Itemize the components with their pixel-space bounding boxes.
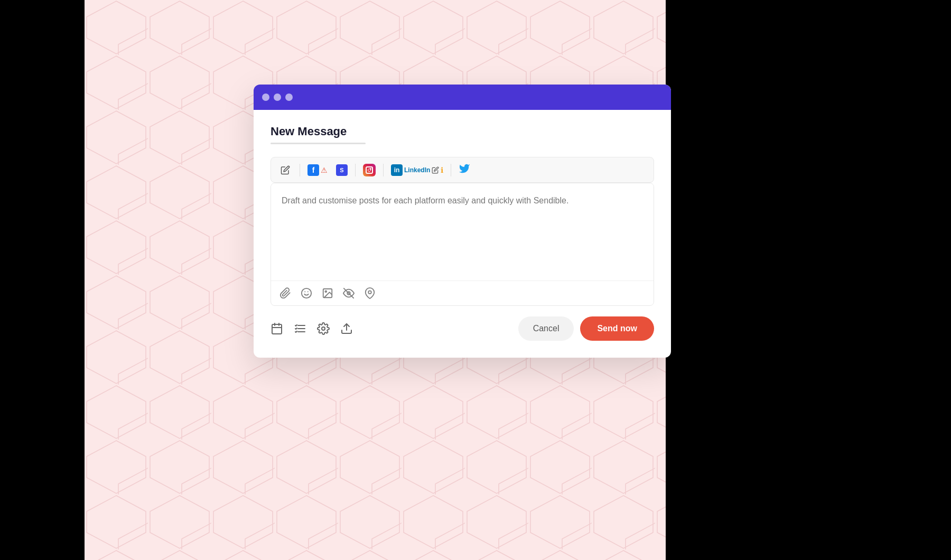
tab-separator-2 [355, 164, 356, 176]
svg-point-7 [325, 291, 327, 292]
modal-title: New Message [271, 125, 654, 138]
compose-toolbar [271, 281, 654, 305]
tab-separator-4 [451, 164, 451, 176]
tab-facebook[interactable]: f ⚠ [304, 162, 331, 178]
modal-body: New Message f ⚠ [254, 110, 671, 358]
calendar-icon[interactable] [271, 322, 283, 335]
title-underline [271, 143, 366, 144]
bottom-left-icons [271, 322, 353, 335]
cancel-button[interactable]: Cancel [518, 316, 574, 341]
tab-instagram[interactable] [360, 162, 379, 179]
bottom-actions: Cancel Send now [518, 316, 654, 341]
modal-titlebar [254, 85, 671, 110]
linkedin-label: LinkedIn [404, 166, 430, 174]
twitter-icon [459, 163, 470, 177]
svg-point-18 [322, 327, 325, 330]
info-icon: ℹ [441, 166, 443, 174]
tab-sendible[interactable]: S [333, 162, 351, 178]
instagram-icon [363, 164, 376, 176]
facebook-icon: f [307, 164, 319, 176]
svg-rect-11 [272, 324, 282, 334]
compose-textarea[interactable] [271, 183, 654, 278]
settings-icon[interactable] [317, 322, 330, 335]
attachment-icon[interactable] [279, 287, 291, 299]
linkedin-pencil-icon [432, 166, 439, 174]
tab-separator-3 [383, 164, 384, 176]
modal-container: New Message f ⚠ [254, 85, 671, 358]
tab-linkedin[interactable]: in LinkedIn ℹ [388, 162, 446, 178]
share-icon[interactable] [340, 322, 353, 335]
titlebar-dot-1 [262, 94, 269, 101]
instagram-circle [368, 169, 371, 172]
warning-icon: ⚠ [321, 166, 328, 174]
tab-all-platforms[interactable] [275, 162, 295, 178]
send-now-button[interactable]: Send now [580, 316, 654, 341]
location-icon[interactable] [364, 287, 376, 299]
bottom-bar: Cancel Send now [271, 316, 654, 341]
svg-point-10 [368, 291, 371, 294]
titlebar-dot-2 [274, 94, 281, 101]
tab-twitter[interactable] [455, 161, 473, 179]
tab-separator-1 [300, 164, 300, 176]
titlebar-dot-3 [285, 94, 293, 101]
sendible-icon: S [336, 164, 348, 176]
instagram-inner [366, 166, 373, 174]
compose-modal: New Message f ⚠ [254, 85, 671, 358]
emoji-icon[interactable] [301, 287, 312, 299]
media-icon[interactable] [322, 287, 333, 299]
platform-tabs: f ⚠ S [271, 157, 654, 183]
visibility-icon[interactable] [343, 287, 355, 299]
svg-point-3 [302, 288, 311, 298]
compose-area [271, 183, 654, 306]
queues-icon[interactable] [294, 322, 306, 335]
pencil-icon [281, 165, 290, 175]
linkedin-icon: in [391, 164, 403, 176]
